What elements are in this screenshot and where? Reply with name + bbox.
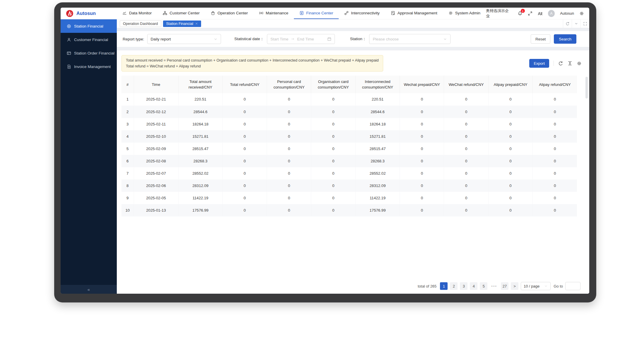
table-header-row: #TimeTotal amount received/CNYTotal refu… — [121, 76, 577, 93]
table-cell: 0 — [533, 130, 577, 142]
table-cell: 0 — [488, 130, 532, 142]
card-icon — [67, 51, 71, 55]
nav-item-interconnectivity[interactable]: Interconnectivity — [339, 8, 385, 19]
sidebar-item-customer-financial[interactable]: Customer Financial — [61, 33, 117, 46]
nav-item-customer-center[interactable]: Customer Center — [157, 8, 205, 19]
column-settings-gear-icon[interactable] — [577, 61, 582, 66]
table-cell: 220.51 — [355, 93, 400, 106]
table-cell: 15271.81 — [178, 130, 222, 142]
table-cell: 0 — [311, 192, 355, 204]
notifications-bell-icon[interactable]: 1 — [518, 11, 523, 16]
table-cell: 0 — [533, 179, 577, 192]
page-button-1[interactable]: 1 — [440, 282, 448, 290]
table-cell: 0 — [533, 167, 577, 179]
nav-item-maintenance[interactable]: Maintenance — [254, 8, 294, 19]
table-cell: 0 — [311, 118, 355, 130]
signal-icon — [259, 11, 263, 15]
goto-page-input[interactable] — [565, 282, 580, 290]
page-button-5[interactable]: 5 — [480, 282, 487, 290]
table-cell: 0 — [488, 155, 532, 167]
table-cell: 2025-02-07 — [134, 167, 178, 179]
table-cell: 0 — [488, 204, 532, 216]
tab-options-chevron-icon[interactable] — [572, 19, 580, 28]
station-label: Station： — [350, 36, 366, 42]
tab-station-financial[interactable]: Station Financial — [163, 21, 201, 27]
table-row: 32025-02-1118264.1800018264.180000 — [121, 118, 577, 130]
nav-item-system-admin[interactable]: System Admin — [443, 8, 486, 19]
station-select[interactable]: Please choose — [369, 34, 451, 44]
user-name: Autosun — [560, 11, 574, 16]
maximize-pane-icon[interactable] — [580, 19, 589, 28]
page-button-2[interactable]: 2 — [450, 282, 458, 290]
finance-icon — [299, 11, 304, 15]
pagination: total of 265 12345•••27 > 10 / page Go t… — [418, 282, 580, 290]
table-cell: 2025-02-05 — [134, 192, 178, 204]
settings-gear-icon[interactable] — [579, 11, 584, 16]
sitemap-icon — [163, 11, 167, 15]
link-icon — [344, 11, 349, 15]
page-button-3[interactable]: 3 — [460, 282, 467, 290]
search-button[interactable]: Search — [554, 34, 576, 44]
avatar[interactable]: A — [548, 10, 555, 17]
tab-operation-dashboard[interactable]: Operation Dashboard — [120, 21, 161, 27]
table-cell: 2025-02-21 — [134, 93, 178, 106]
statistical-date-label: Statistical date： — [234, 36, 264, 42]
column-header: Alipay refund/CNY — [533, 76, 577, 93]
table-cell: 3 — [121, 118, 134, 130]
page-button-4[interactable]: 4 — [470, 282, 477, 290]
table-row: 82025-02-0628312.0900028312.090000 — [121, 179, 577, 192]
column-header: Interconnected consumption/CNY — [355, 76, 400, 93]
export-button[interactable]: Export — [529, 59, 549, 68]
brand-name: Autosun — [76, 11, 96, 16]
table-cell: 17576.99 — [178, 204, 222, 216]
translate-icon[interactable] — [538, 11, 543, 16]
fullscreen-icon[interactable] — [528, 11, 532, 16]
table-cell: 0 — [533, 155, 577, 167]
reload-table-icon[interactable] — [558, 61, 563, 66]
report-type-select[interactable]: Daily report — [147, 34, 221, 44]
tabs: Operation Dashboard Station Financial — [120, 21, 203, 27]
brand: Autosun — [61, 8, 117, 19]
page-button-27[interactable]: 27 — [501, 282, 508, 290]
sidebar: Station Financial Customer Financial Sta… — [61, 19, 117, 294]
tab-bar: Operation Dashboard Station Financial — [117, 19, 589, 28]
sidebar-item-invoice-management[interactable]: Invoice Management — [61, 60, 117, 73]
table-cell: 0 — [444, 192, 488, 204]
sidebar-item-station-order-financial[interactable]: Station Order Financial — [61, 46, 117, 60]
table-cell: 0 — [267, 204, 311, 216]
invoice-icon — [67, 64, 71, 69]
notification-badge: 1 — [521, 9, 525, 13]
table-cell: 0 — [267, 167, 311, 179]
row-density-icon[interactable] — [568, 61, 572, 66]
table-cell: 0 — [311, 155, 355, 167]
table-cell: 0 — [444, 167, 488, 179]
table-cell: 0 — [444, 179, 488, 192]
table-cell: 0 — [444, 142, 488, 155]
date-range-picker[interactable]: Start Time End Time — [267, 34, 335, 44]
table-body: 12025-02-21220.51000220.51000022025-02-1… — [121, 93, 577, 216]
chevron-down-icon — [214, 37, 217, 41]
table-cell: 4 — [121, 130, 134, 142]
sidebar-item-station-financial[interactable]: Station Financial — [61, 19, 117, 33]
page-size-select[interactable]: 10 / page — [521, 282, 551, 290]
nav-item-label: Interconnectivity — [351, 11, 380, 15]
table-row: 22025-02-1228544.600028544.60000 — [121, 106, 577, 118]
table-cell: 2025-01-13 — [134, 204, 178, 216]
table-cell: 0 — [488, 142, 532, 155]
main-area: Operation Dashboard Station Financial Re… — [117, 19, 589, 294]
reset-button[interactable]: Reset — [531, 34, 550, 44]
nav-item-finance-center[interactable]: Finance Center — [294, 8, 339, 19]
table-row: 72025-02-0728552.0200028552.020000 — [121, 167, 577, 179]
sidebar-collapse-button[interactable]: « — [61, 285, 117, 294]
nav-item-operation-center[interactable]: Operation Center — [205, 8, 254, 19]
table-cell: 0 — [222, 142, 267, 155]
close-icon[interactable] — [195, 22, 198, 25]
top-nav: Data Monitor Customer Center Operation C… — [117, 8, 486, 19]
table-cell: 11422.19 — [178, 192, 222, 204]
gear-icon — [448, 11, 453, 15]
refresh-tab-icon[interactable] — [563, 19, 572, 28]
next-page-button[interactable]: > — [511, 282, 518, 290]
nav-item-approval-management[interactable]: Approval Management — [385, 8, 443, 19]
nav-item-data-monitor[interactable]: Data Monitor — [117, 8, 157, 19]
vertical-scrollbar-thumb[interactable] — [585, 77, 588, 98]
